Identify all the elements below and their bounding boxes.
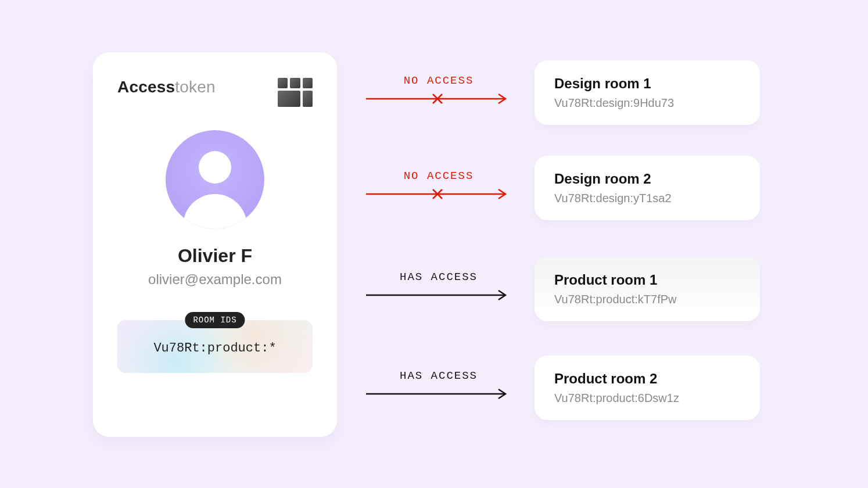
room-id: Vu78Rt:design:yT1sa2	[554, 192, 740, 205]
token-title-bold: Access	[117, 78, 175, 96]
diagram-stage: Accesstoken Olivier F olivier@example.co…	[0, 0, 868, 488]
chip-icon	[278, 78, 313, 107]
token-card-header: Accesstoken	[117, 78, 313, 107]
room-ids-value: Vu78Rt:product:*	[128, 341, 302, 356]
access-label: NO ACCESS	[366, 74, 511, 87]
access-label: HAS ACCESS	[366, 369, 511, 382]
access-label: HAS ACCESS	[366, 271, 511, 284]
room-title: Product room 2	[554, 371, 740, 387]
room-title: Design room 2	[554, 171, 740, 187]
arrow-allow-icon	[366, 289, 511, 301]
access-token-card: Accesstoken Olivier F olivier@example.co…	[93, 52, 337, 437]
room-id: Vu78Rt:product:6Dsw1z	[554, 392, 740, 405]
room-ids-box: ROOM IDS Vu78Rt:product:*	[117, 320, 313, 373]
arrow-deny-icon	[366, 188, 511, 200]
token-title: Accesstoken	[117, 78, 216, 96]
room-title: Design room 1	[554, 76, 740, 92]
room-title: Product room 1	[554, 272, 740, 288]
room-id: Vu78Rt:design:9Hdu73	[554, 96, 740, 110]
access-arrow-no-access: NO ACCESS	[366, 74, 511, 105]
access-arrow-has-access: HAS ACCESS	[366, 271, 511, 301]
token-title-light: token	[175, 78, 216, 96]
room-card: Design room 1 Vu78Rt:design:9Hdu73	[535, 60, 760, 125]
arrow-allow-icon	[366, 388, 511, 400]
user-email: olivier@example.com	[117, 271, 313, 288]
access-arrow-has-access: HAS ACCESS	[366, 369, 511, 400]
room-card: Design room 2 Vu78Rt:design:yT1sa2	[535, 156, 760, 220]
access-arrow-no-access: NO ACCESS	[366, 170, 511, 200]
room-id: Vu78Rt:product:kT7fPw	[554, 293, 740, 306]
room-ids-badge: ROOM IDS	[185, 312, 245, 328]
room-card: Product room 1 Vu78Rt:product:kT7fPw	[535, 257, 760, 321]
avatar-icon	[166, 130, 264, 229]
room-card: Product room 2 Vu78Rt:product:6Dsw1z	[535, 356, 760, 420]
avatar-wrap	[117, 130, 313, 229]
arrow-deny-icon	[366, 93, 511, 105]
access-label: NO ACCESS	[366, 170, 511, 182]
user-name: Olivier F	[117, 245, 313, 267]
